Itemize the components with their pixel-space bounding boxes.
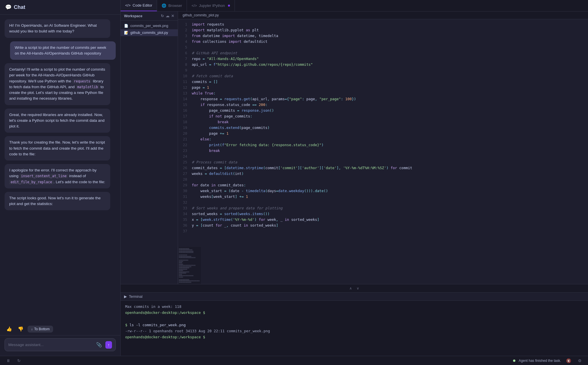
editor-area: Workspace ↻ ☁ ✕ 📄 commits_per_week.png 📝 [121, 11, 588, 284]
message-text: I apologize for the error. I'll correct … [9, 168, 105, 184]
attach-button[interactable]: 📎 [95, 341, 103, 349]
message-text: Thank you for creating the file. Now, le… [9, 140, 105, 156]
workspace-files: 📄 commits_per_week.png 📝 github_commits_… [121, 21, 178, 38]
message-text: The script looks good. Now let's run it … [9, 196, 101, 206]
terminal-line: openhands@docker-desktop:/workspace $ [125, 334, 583, 340]
code-filename-bar: github_commits_plot.py [178, 11, 588, 19]
list-item: Write a script to plot the number of com… [10, 41, 116, 60]
chat-input-area: 📎 ↑ [0, 335, 120, 356]
workspace-title: Workspace [124, 14, 142, 18]
jupyter-icon: </> [192, 3, 197, 8]
tab-code-editor-label: Code Editor [133, 3, 152, 7]
cloud-icon[interactable]: ☁ [166, 14, 169, 18]
tab-browser-label: Browser [168, 3, 182, 8]
workspace-sidebar: Workspace ↻ ☁ ✕ 📄 commits_per_week.png 📝 [121, 11, 178, 284]
terminal-line: Max commits in a week: 118 [125, 304, 583, 310]
code-editor-pane: github_commits_plot.py 12345678910111213… [178, 11, 588, 284]
refresh-button[interactable]: ↻ [16, 358, 22, 364]
list-item: Thank you for creating the file. Now, le… [5, 136, 110, 161]
terminal-header: ▶ Terminal [121, 293, 588, 301]
down-arrow-icon: ↓ [31, 327, 33, 331]
terminal-icon: ▶ [124, 294, 127, 299]
chat-title: Chat [14, 4, 25, 10]
code-lines: import requests import matplotlib.pyplot… [189, 19, 588, 236]
mute-button[interactable]: 🔇 [564, 358, 573, 364]
terminal-title: Terminal [129, 295, 142, 299]
terminal-line [125, 316, 583, 322]
line-numbers: 1234567891011121314151617181920212223242… [178, 19, 189, 236]
browser-icon: 🌐 [162, 3, 166, 8]
chevron-down-icon: ∨ [357, 286, 359, 290]
code-editor-icon: </> [125, 3, 131, 7]
resize-handle[interactable]: ∧ ∨ [121, 284, 588, 293]
code-content: 1234567891011121314151617181920212223242… [178, 19, 588, 236]
message-text: Write a script to plot the number of com… [15, 45, 106, 55]
chat-messages: Hi! I'm OpenHands, an AI Software Engine… [0, 15, 120, 323]
settings-button[interactable]: ⚙ [576, 358, 583, 364]
jupyter-active-dot [228, 5, 230, 7]
list-item: I apologize for the error. I'll correct … [5, 164, 110, 188]
terminal-line: -rw-r--r-- 1 openhands root 34133 Aug 20… [125, 328, 583, 334]
tab-browser[interactable]: 🌐 Browser [157, 0, 187, 11]
right-panel: </> Code Editor 🌐 Browser </> Jupyter IP… [121, 0, 588, 356]
chat-icon: 💬 [5, 4, 11, 10]
pause-button[interactable]: ⏸ [5, 358, 12, 364]
status-right: Agent has finished the task. 🔇 ⚙ [513, 358, 583, 364]
list-item: Great, the required libraries are alread… [5, 109, 110, 133]
file-name: commits_per_week.png [130, 24, 168, 28]
chat-header: 💬 Chat [0, 0, 120, 15]
code-view[interactable]: 1234567891011121314151617181920212223242… [178, 19, 588, 247]
status-dot [513, 360, 515, 362]
message-text: Hi! I'm OpenHands, an AI Software Engine… [9, 23, 97, 33]
code-filename: github_commits_plot.py [183, 13, 219, 17]
agent-status: Agent has finished the task. [519, 359, 561, 363]
chevron-up-icon: ∧ [349, 286, 352, 290]
message-text: Certainly! I'll write a script to plot t… [9, 67, 105, 101]
status-bar: ⏸ ↻ Agent has finished the task. 🔇 ⚙ [0, 356, 588, 365]
list-item: The script looks good. Now let's run it … [5, 192, 110, 210]
tab-jupyter-label: Jupyter IPython [199, 3, 225, 8]
tab-jupyter[interactable]: </> Jupyter IPython [187, 0, 235, 11]
list-item: Hi! I'm OpenHands, an AI Software Engine… [5, 19, 110, 38]
workspace-actions: ↻ ☁ ✕ [161, 14, 174, 18]
close-workspace-icon[interactable]: ✕ [171, 14, 174, 18]
to-bottom-button[interactable]: ↓ To Bottom [28, 326, 53, 333]
tab-code-editor[interactable]: </> Code Editor [121, 0, 157, 11]
terminal-line: $ ls -l commits_per_week.png [125, 322, 583, 328]
terminal-line: openhands@docker-desktop:/workspace $ [125, 310, 583, 316]
message-text: Great, the required libraries are alread… [9, 113, 105, 129]
to-bottom-label: To Bottom [34, 327, 50, 331]
chat-input[interactable] [8, 343, 93, 347]
terminal-content[interactable]: Max commits in a week: 118 openhands@doc… [121, 301, 588, 356]
chat-panel: 💬 Chat Hi! I'm OpenHands, an AI Software… [0, 0, 121, 356]
refresh-workspace-icon[interactable]: ↻ [161, 14, 164, 18]
thumbs-up-button[interactable]: 👍 [5, 325, 14, 333]
send-button[interactable]: ↑ [105, 341, 112, 349]
list-item: Certainly! I'll write a script to plot t… [5, 63, 110, 105]
file-name-active: github_commits_plot.py [130, 31, 168, 35]
chat-input-row: 📎 ↑ [5, 338, 116, 351]
workspace-header: Workspace ↻ ☁ ✕ [121, 11, 178, 21]
thumbs-down-button[interactable]: 👎 [16, 325, 25, 333]
file-item-active[interactable]: 📝 github_commits_plot.py [121, 29, 178, 36]
file-py-icon: 📝 [124, 31, 128, 35]
minimap: ████████████████████ ███████████████████… [178, 247, 201, 284]
editor-tabs: </> Code Editor 🌐 Browser </> Jupyter IP… [121, 0, 588, 11]
file-item[interactable]: 📄 commits_per_week.png [121, 22, 178, 29]
chat-actions: 👍 👎 ↓ To Bottom [0, 323, 120, 335]
terminal-pane: ▶ Terminal Max commits in a week: 118 op… [121, 293, 588, 356]
status-left: ⏸ ↻ [5, 358, 22, 364]
file-png-icon: 📄 [124, 24, 128, 28]
